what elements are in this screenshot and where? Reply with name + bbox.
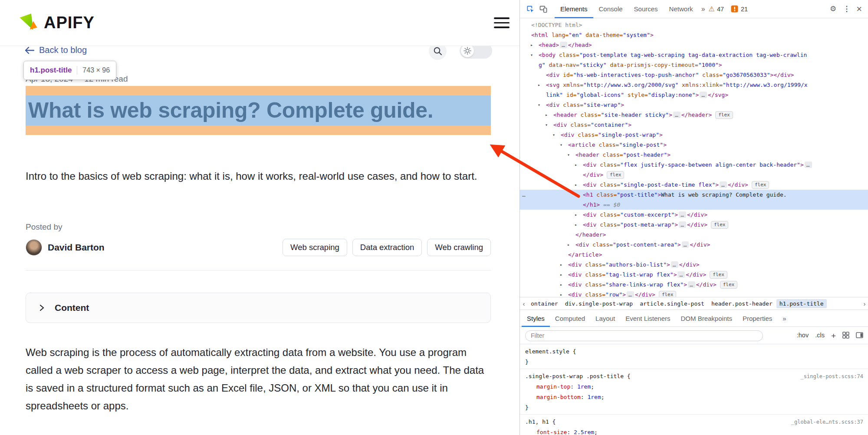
expand-arrow-icon[interactable]: ▸ <box>575 210 577 220</box>
expand-ellipsis-button[interactable]: … <box>671 261 678 268</box>
devtools-tab-sources[interactable]: Sources <box>628 0 664 18</box>
collapse-arrow-icon[interactable]: ▾ <box>538 100 540 110</box>
collapse-arrow-icon[interactable]: ▾ <box>545 120 548 130</box>
new-style-rule-button[interactable]: + <box>831 332 836 340</box>
dom-node[interactable]: ▸<div class="single-post-date-time flex"… <box>520 180 868 190</box>
dom-node[interactable]: ▸<head>…</head> <box>520 40 868 50</box>
style-property[interactable]: font-size: 2.5rem; <box>525 427 863 435</box>
styles-tab-layout[interactable]: Layout <box>590 310 620 327</box>
style-toggle-cls[interactable]: .cls <box>815 332 825 340</box>
back-to-blog-link[interactable]: Back to blog <box>25 45 87 55</box>
expand-ellipsis-button[interactable]: … <box>682 241 689 248</box>
stylesheet-link[interactable]: _single-post.scss:74 <box>801 371 864 382</box>
collapse-arrow-icon[interactable]: ▾ <box>567 150 570 160</box>
dom-node[interactable]: ▾<body class="post-template tag-web-scra… <box>520 50 868 60</box>
styles-tab-event-listeners[interactable]: Event Listeners <box>620 310 675 327</box>
dom-node[interactable]: ▾<div class="container"> <box>520 120 868 130</box>
expand-ellipsis-button[interactable]: … <box>673 112 681 118</box>
expand-arrow-icon[interactable]: ▸ <box>530 40 533 50</box>
style-rule-selector[interactable]: element.style { <box>525 346 576 357</box>
dom-node[interactable]: </article> <box>520 250 868 260</box>
dom-node[interactable]: ▸<svg xmlns="http://www.w3.org/2000/svg"… <box>520 80 868 90</box>
menu-button[interactable] <box>494 17 510 30</box>
flex-badge[interactable]: flex <box>659 291 677 297</box>
flex-badge[interactable]: flex <box>710 271 727 279</box>
style-toggle-hov[interactable]: :hov <box>797 332 809 340</box>
flex-badge[interactable]: flex <box>752 181 769 189</box>
expand-ellipsis-button[interactable]: … <box>627 291 634 297</box>
styles-tab-[interactable]: » <box>777 310 791 327</box>
expand-ellipsis-button[interactable]: … <box>679 211 686 218</box>
dom-node[interactable]: <!DOCTYPE html> <box>520 20 868 30</box>
breadcrumb-item-ontainer[interactable]: ontainer <box>528 299 561 308</box>
style-grid-icon[interactable] <box>842 332 849 340</box>
dom-node[interactable]: ▸<div class="authors-bio-list">…</div> <box>520 260 868 270</box>
collapse-arrow-icon[interactable]: ▾ <box>560 140 562 150</box>
author[interactable]: David Barton <box>26 239 105 256</box>
expand-ellipsis-button[interactable]: … <box>679 221 686 228</box>
dom-node[interactable]: ▸<div class="tag-list-wrap flex">…</div>… <box>520 270 868 280</box>
expand-arrow-icon[interactable]: ▸ <box>575 160 577 170</box>
device-toolbar-icon[interactable] <box>537 0 549 18</box>
expand-ellipsis-button[interactable]: … <box>700 92 707 98</box>
breadcrumb-item-h1-post-title[interactable]: h1.post-title <box>776 299 827 308</box>
collapse-arrow-icon[interactable]: ▾ <box>552 130 555 140</box>
dom-node[interactable]: </div>flex <box>520 170 868 180</box>
flex-badge[interactable]: flex <box>720 281 738 289</box>
style-rule-selector[interactable]: .h1, h1 { <box>525 417 556 427</box>
dom-node[interactable]: ▸<div class="row">…</div>flex <box>520 290 868 297</box>
dom-node[interactable]: ▾<div class="single-post-wrap"> <box>520 130 868 140</box>
kebab-menu-icon[interactable]: ⋮ <box>843 4 850 13</box>
styles-tab-dom-breakpoints[interactable]: DOM Breakpoints <box>676 310 737 327</box>
expand-ellipsis-button[interactable]: … <box>688 281 695 288</box>
tag-web-scraping[interactable]: Web scraping <box>283 239 347 256</box>
style-rule-selector[interactable]: .single-post-wrap .post-title { <box>525 371 631 382</box>
breadcrumb-item-div-single-post-wrap[interactable]: div.single-post-wrap <box>562 299 636 308</box>
styles-tab-computed[interactable]: Computed <box>550 310 590 327</box>
dom-node[interactable]: ▸<div class="post-content-area">…</div> <box>520 240 868 250</box>
dom-node[interactable]: ▾<header class="post-header"> <box>520 150 868 160</box>
issues-counter[interactable]: 21 <box>731 5 748 13</box>
dom-node[interactable]: ▸<div class="flex justify-space-between … <box>520 160 868 170</box>
devtools-tab-elements[interactable]: Elements <box>555 0 593 18</box>
breadcrumb-scroll-left-icon[interactable]: ‹ <box>520 300 528 307</box>
flex-badge[interactable]: flex <box>715 111 733 119</box>
expand-arrow-icon[interactable]: ▸ <box>560 270 562 280</box>
dom-node[interactable]: ▸<div class="custom-excerpt">…</div> <box>520 210 868 220</box>
expand-arrow-icon[interactable]: ▸ <box>560 260 562 270</box>
dom-node[interactable]: g" data-nav="sticky" data-prismjs-copy-t… <box>520 60 868 70</box>
expand-ellipsis-button[interactable]: … <box>720 181 727 188</box>
dom-node[interactable]: ▸<div class="share-links-wrap flex">…</d… <box>520 280 868 290</box>
styles-tab-styles[interactable]: Styles <box>522 310 550 327</box>
dom-node[interactable]: ▾<article class="single-post"> <box>520 140 868 150</box>
expand-arrow-icon[interactable]: ▸ <box>545 110 548 120</box>
expand-ellipsis-button[interactable]: … <box>805 161 812 168</box>
styles-tab-properties[interactable]: Properties <box>737 310 777 327</box>
devtools-tab-network[interactable]: Network <box>664 0 699 18</box>
expand-ellipsis-button[interactable]: … <box>560 42 567 48</box>
expand-arrow-icon[interactable]: ▸ <box>575 220 577 230</box>
breadcrumb-item-header-post-header[interactable]: header.post-header <box>708 299 776 308</box>
breadcrumb-scroll-right-icon[interactable]: › <box>861 300 868 307</box>
dom-node[interactable]: </header> <box>520 230 868 240</box>
dom-node[interactable]: ▾<div class="site-wrap"> <box>520 100 868 110</box>
console-warnings-counter[interactable]: ⚠ 47 <box>709 5 724 13</box>
tag-web-crawling[interactable]: Web crawling <box>427 239 491 256</box>
expand-arrow-icon[interactable]: ▸ <box>560 290 562 297</box>
node-overflow-icon[interactable]: … <box>522 190 526 200</box>
style-property[interactable]: margin-top: 1rem; <box>525 382 863 392</box>
apify-logo[interactable]: APIFY <box>18 13 95 33</box>
dom-node[interactable]: ▸<div class="post-meta-wrap">…</div>flex <box>520 220 868 230</box>
content-accordion[interactable]: Content <box>26 293 491 323</box>
inspect-element-icon[interactable] <box>524 0 536 18</box>
styles-filter-input[interactable] <box>525 330 763 341</box>
expand-arrow-icon[interactable]: ▸ <box>567 240 570 250</box>
dom-node-selected[interactable]: …<h1 class="post-title">What is web scra… <box>520 190 868 200</box>
style-property[interactable]: margin-bottom: 1rem; <box>525 392 863 402</box>
expand-ellipsis-button[interactable]: … <box>677 271 685 278</box>
dom-node[interactable]: <html lang="en" data-theme="system"> <box>520 30 868 40</box>
sidebar-panel-icon[interactable] <box>856 332 863 340</box>
dom-node[interactable]: ▸<header class="site-header sticky">…</h… <box>520 110 868 120</box>
close-devtools-icon[interactable]: × <box>856 3 862 15</box>
expand-arrow-icon[interactable]: ▸ <box>538 80 540 90</box>
